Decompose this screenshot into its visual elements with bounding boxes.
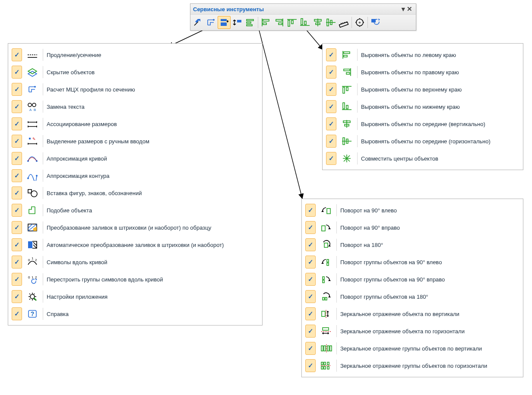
check-icon[interactable]: ✓ <box>305 359 316 372</box>
check-icon[interactable]: ✓ <box>326 100 336 113</box>
check-icon[interactable]: ✓ <box>12 169 22 182</box>
tools-icon[interactable] <box>192 16 205 29</box>
check-icon[interactable]: ✓ <box>305 221 316 234</box>
profile-calc-icon[interactable] <box>205 16 218 29</box>
menu-item[interactable]: ✓Аппроксимация кривой <box>11 150 260 167</box>
menu-item[interactable]: ✓Поворот на 90° вправо <box>304 219 520 236</box>
align-bottom-icon[interactable] <box>298 16 311 29</box>
menu-item[interactable]: ✓Выровнять объекты по правому краю <box>325 63 520 81</box>
menu-item[interactable]: ✓Ассоциирование размеров <box>11 115 260 133</box>
align-menu-icon[interactable] <box>218 16 231 29</box>
check-icon[interactable]: ✓ <box>12 48 22 61</box>
check-icon[interactable]: ✓ <box>12 83 22 96</box>
approx-contour-icon <box>25 169 39 182</box>
check-icon[interactable]: ✓ <box>12 221 22 234</box>
check-icon[interactable]: ✓ <box>305 290 316 303</box>
menu-item[interactable]: ✓Подобие объекта <box>11 202 260 219</box>
menu-item[interactable]: ✓Продление/усечение <box>11 46 260 63</box>
align-vcenter-icon[interactable] <box>311 16 324 29</box>
toolbar-buttons-row: + <box>190 15 416 30</box>
menu-item-label: Ассоциирование размеров <box>47 121 117 127</box>
menu-item-label: Перестроить группы символов вдоль кривой <box>47 276 163 283</box>
check-icon[interactable]: ✓ <box>326 135 336 148</box>
svg-text:1: 1 <box>32 275 34 279</box>
align-right-icon[interactable] <box>272 16 285 29</box>
align-hcenter-icon[interactable] <box>324 16 337 29</box>
menu-item[interactable]: ✓Совместить центры объектов <box>325 150 520 167</box>
check-icon[interactable]: ✓ <box>12 186 22 199</box>
menu-item[interactable]: ✓Поворот на 180° <box>304 236 520 253</box>
check-icon[interactable]: ✓ <box>12 117 22 130</box>
svg-rect-28 <box>339 22 348 27</box>
menu-item[interactable]: ✓Расчет МЦХ профиля по сечению <box>11 81 260 98</box>
rotate-180-icon <box>319 238 333 251</box>
check-icon[interactable]: ✓ <box>305 325 316 338</box>
check-icon[interactable]: ✓ <box>12 204 22 217</box>
check-icon[interactable]: ✓ <box>326 66 336 79</box>
rotate-menu-icon[interactable] <box>231 16 244 29</box>
check-icon[interactable]: ✓ <box>12 238 22 251</box>
align-left-icon[interactable] <box>260 16 272 29</box>
check-icon[interactable]: ✓ <box>305 256 316 269</box>
check-icon[interactable]: ✓ <box>326 152 336 165</box>
check-icon[interactable]: ✓ <box>12 307 22 320</box>
check-icon[interactable]: ✓ <box>305 273 316 286</box>
check-icon[interactable]: ✓ <box>12 273 22 286</box>
menu-item[interactable]: ✓Зеркальное отражение группы объектов по… <box>304 357 520 374</box>
item-separator <box>336 273 337 285</box>
toolbar-options-icon[interactable]: ▾ <box>401 5 406 13</box>
menu-item[interactable]: ✓Выровнять объекты по левому краю <box>325 46 520 63</box>
check-icon[interactable]: ✓ <box>12 256 22 269</box>
menu-item[interactable]: ✓Зеркальное отражение группы объектов по… <box>304 340 520 357</box>
menu-item[interactable]: ✓Аппроксимация контура <box>11 167 260 184</box>
extend-trim-icon <box>25 48 39 61</box>
menu-item[interactable]: ✓Зеркальное отражение объекта по вертика… <box>304 305 520 322</box>
check-icon[interactable]: ✓ <box>305 204 316 217</box>
menu-item[interactable]: ✓012Перестроить группы символов вдоль кр… <box>11 271 260 288</box>
menu-item[interactable]: ✓Настройки приложения <box>11 288 260 305</box>
menu-item[interactable]: ✓Выровнять объекты по середине (вертикал… <box>325 115 520 133</box>
svg-rect-4 <box>221 19 227 21</box>
check-icon[interactable]: ✓ <box>326 117 336 130</box>
menu-item[interactable]: ✓✎Выделение размеров с ручным вводом <box>11 133 260 150</box>
check-icon[interactable]: ✓ <box>12 290 22 303</box>
check-icon[interactable]: ✓ <box>326 83 336 96</box>
check-icon[interactable]: ✓ <box>12 152 22 165</box>
align-top-icon[interactable] <box>285 16 298 29</box>
check-icon[interactable]: ✓ <box>12 100 22 113</box>
close-icon[interactable]: ✕ <box>406 5 413 13</box>
menu-item[interactable]: ✓Преобразование заливок в штриховки (и н… <box>11 219 260 236</box>
target-icon[interactable]: + <box>353 16 366 29</box>
menu-item[interactable]: ✓Вставка фигур, знаков, обозначений <box>11 184 260 202</box>
menu-item[interactable]: ✓Поворот группы объектов на 90° влево <box>304 253 520 271</box>
menu-item[interactable]: ✓Выровнять объекты по нижнему краю <box>325 98 520 115</box>
toolbar-titlebar[interactable]: Сервисные инструменты ▾ ✕ <box>190 4 416 15</box>
menu-item-label: Зеркальное отражение объекта по вертикал… <box>340 311 459 317</box>
menu-item[interactable]: ✓Автоматическое преобразование заливок в… <box>11 236 260 253</box>
refresh-icon[interactable] <box>369 16 382 29</box>
menu-item[interactable]: ✓Поворот группы объектов на 90° вправо <box>304 271 520 288</box>
svg-rect-8 <box>247 22 251 23</box>
measure-icon[interactable] <box>337 16 350 29</box>
check-icon[interactable]: ✓ <box>12 66 22 79</box>
svg-text:B: B <box>34 108 36 112</box>
menu-item[interactable]: ✓Выровнять объекты по середине (горизонт… <box>325 133 520 150</box>
check-icon[interactable]: ✓ <box>326 48 336 61</box>
menu-item-label: Справка <box>47 311 69 317</box>
menu-item[interactable]: ✓Скрытие объектов <box>11 63 260 81</box>
check-icon[interactable]: ✓ <box>305 307 316 320</box>
menu-item[interactable]: ✓Поворот на 90° влево <box>304 202 520 219</box>
menu-item[interactable]: ✓Зеркальное отражение объекта по горизон… <box>304 322 520 340</box>
check-icon[interactable]: ✓ <box>305 238 316 251</box>
item-separator <box>336 204 337 216</box>
menu-item[interactable]: ✓?Справка <box>11 305 260 322</box>
toolbar-separator <box>258 17 258 28</box>
menu-item[interactable]: ✓Поворот группы объектов на 180° <box>304 288 520 305</box>
check-icon[interactable]: ✓ <box>12 135 22 148</box>
item-separator <box>43 83 43 95</box>
menu-item[interactable]: ✓012Символы вдоль кривой <box>11 253 260 271</box>
menu-item[interactable]: ✓ABЗамена текста <box>11 98 260 115</box>
menu-item[interactable]: ✓Выровнять объекты по верхнему краю <box>325 81 520 98</box>
check-icon[interactable]: ✓ <box>305 342 316 355</box>
align-list-icon[interactable] <box>244 16 256 29</box>
